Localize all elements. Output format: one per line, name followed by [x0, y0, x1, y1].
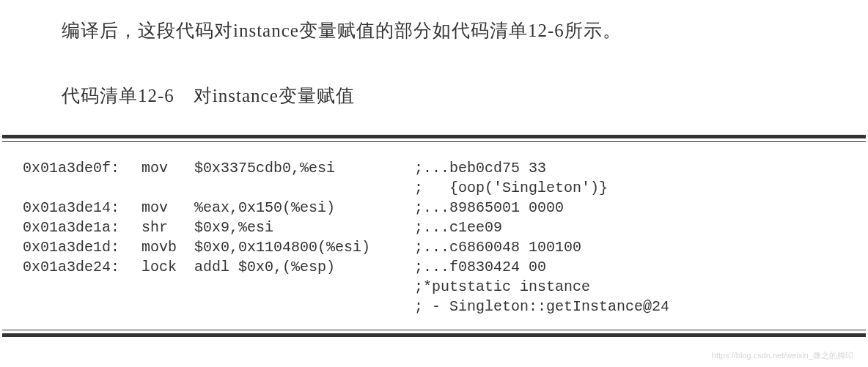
code-mnemonic: mov: [141, 198, 194, 218]
code-operands: $0x0,0x1104800(%esi): [194, 237, 414, 257]
code-addr: 0x01a3de1d:: [23, 237, 133, 257]
code-listing-block: 0x01a3de0f: mov$0x3375cdb0,%esi;...beb0c…: [2, 135, 866, 337]
code-addr: 0x01a3de14:: [23, 198, 133, 218]
code-comment: ;*putstatic instance: [414, 277, 590, 297]
code-addr: 0x01a3de0f:: [23, 158, 133, 178]
code-mnemonic: mov: [141, 158, 194, 178]
code-comment: ; {oop('Singleton')}: [414, 178, 608, 198]
code-addr: 0x01a3de1a:: [23, 218, 133, 237]
code-comment: ;...89865001 0000: [414, 198, 564, 218]
code-operands: $0x9,%esi: [194, 218, 414, 237]
intro-paragraph: 编译后，这段代码对instance变量赋值的部分如代码清单12-6所示。: [62, 18, 622, 42]
code-mnemonic: shr: [141, 218, 194, 237]
assembly-code: 0x01a3de0f: mov$0x3375cdb0,%esi;...beb0c…: [2, 141, 866, 330]
code-comment: ;...beb0cd75 33: [414, 158, 546, 178]
code-comment: ;...f0830424 00: [414, 257, 546, 277]
code-comment: ;...c6860048 100100: [414, 237, 581, 257]
code-comment: ;...c1ee09: [414, 218, 502, 237]
code-operands: $0x3375cdb0,%esi: [194, 158, 414, 178]
code-listing-title: 代码清单12-6 对instance变量赋值: [62, 84, 355, 108]
code-addr: 0x01a3de24:: [23, 257, 133, 277]
code-operands: addl $0x0,(%esp): [194, 257, 414, 277]
code-mnemonic: movb: [141, 237, 194, 257]
code-comment: ; - Singleton::getInstance@24: [414, 297, 669, 316]
watermark-text: https://blog.csdn.net/weixin_微之的脚印: [712, 350, 853, 361]
code-mnemonic: lock: [141, 257, 194, 277]
code-operands: %eax,0x150(%esi): [194, 198, 414, 218]
